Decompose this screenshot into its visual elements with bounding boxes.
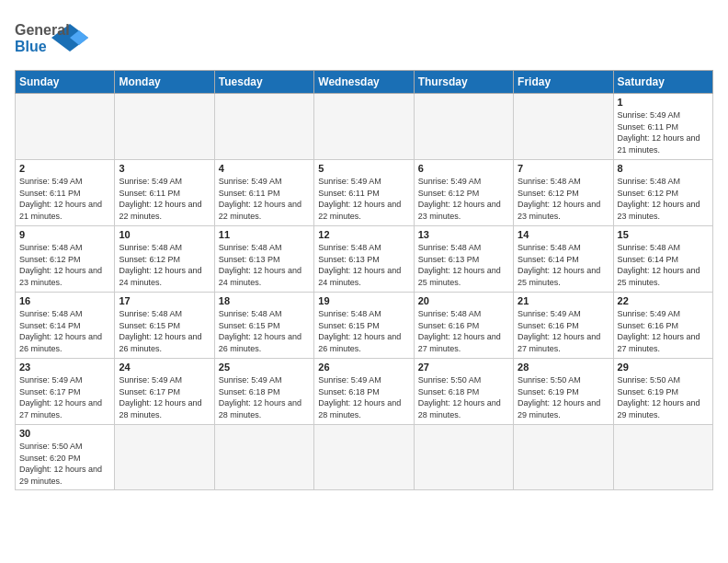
day-info: Sunrise: 5:48 AMSunset: 6:12 PMDaylight:… (518, 176, 609, 222)
day-number: 3 (119, 163, 210, 174)
day-number: 10 (119, 229, 210, 240)
week-row-3: 16Sunrise: 5:48 AMSunset: 6:14 PMDayligh… (16, 293, 713, 359)
day-info: Sunrise: 5:49 AMSunset: 6:17 PMDaylight:… (19, 374, 110, 420)
day-number: 26 (318, 362, 409, 373)
calendar-cell: 23Sunrise: 5:49 AMSunset: 6:17 PMDayligh… (16, 359, 115, 425)
calendar-cell: 13Sunrise: 5:48 AMSunset: 6:13 PMDayligh… (414, 226, 513, 293)
calendar-cell (514, 94, 613, 160)
day-info: Sunrise: 5:50 AMSunset: 6:20 PMDaylight:… (19, 441, 110, 487)
calendar-cell: 4Sunrise: 5:49 AMSunset: 6:11 PMDaylight… (214, 160, 313, 226)
weekday-header-row: SundayMondayTuesdayWednesdayThursdayFrid… (16, 71, 713, 94)
day-info: Sunrise: 5:48 AMSunset: 6:15 PMDaylight:… (219, 308, 310, 354)
day-info: Sunrise: 5:49 AMSunset: 6:11 PMDaylight:… (219, 176, 310, 222)
calendar-cell (115, 94, 214, 160)
weekday-header-saturday: Saturday (613, 71, 712, 94)
calendar-cell: 22Sunrise: 5:49 AMSunset: 6:16 PMDayligh… (613, 293, 712, 359)
calendar-cell: 30Sunrise: 5:50 AMSunset: 6:20 PMDayligh… (16, 425, 115, 490)
day-number: 1 (618, 97, 709, 108)
calendar-cell (214, 425, 313, 490)
day-info: Sunrise: 5:48 AMSunset: 6:13 PMDaylight:… (219, 242, 310, 288)
week-row-4: 23Sunrise: 5:49 AMSunset: 6:17 PMDayligh… (16, 359, 713, 425)
week-row-1: 2Sunrise: 5:49 AMSunset: 6:11 PMDaylight… (16, 160, 713, 226)
day-number: 27 (418, 362, 509, 373)
day-number: 5 (318, 163, 409, 174)
calendar-cell: 20Sunrise: 5:48 AMSunset: 6:16 PMDayligh… (414, 293, 513, 359)
day-number: 7 (518, 163, 609, 174)
svg-text:General: General (15, 22, 70, 38)
day-number: 14 (518, 229, 609, 240)
calendar-cell: 19Sunrise: 5:48 AMSunset: 6:15 PMDayligh… (314, 293, 414, 359)
calendar-cell: 29Sunrise: 5:50 AMSunset: 6:19 PMDayligh… (613, 359, 712, 425)
calendar-cell: 26Sunrise: 5:49 AMSunset: 6:18 PMDayligh… (314, 359, 414, 425)
day-number: 4 (219, 163, 310, 174)
day-info: Sunrise: 5:48 AMSunset: 6:16 PMDaylight:… (418, 308, 509, 354)
calendar-cell: 12Sunrise: 5:48 AMSunset: 6:13 PMDayligh… (314, 226, 414, 293)
day-number: 12 (318, 229, 409, 240)
calendar-cell: 11Sunrise: 5:48 AMSunset: 6:13 PMDayligh… (214, 226, 313, 293)
day-info: Sunrise: 5:48 AMSunset: 6:13 PMDaylight:… (418, 242, 509, 288)
weekday-header-sunday: Sunday (16, 71, 115, 94)
day-number: 24 (119, 362, 210, 373)
weekday-header-friday: Friday (514, 71, 613, 94)
calendar-cell: 9Sunrise: 5:48 AMSunset: 6:12 PMDaylight… (16, 226, 115, 293)
day-number: 9 (19, 229, 110, 240)
calendar-cell: 10Sunrise: 5:48 AMSunset: 6:12 PMDayligh… (115, 226, 214, 293)
day-number: 8 (618, 163, 709, 174)
day-info: Sunrise: 5:49 AMSunset: 6:11 PMDaylight:… (19, 176, 110, 222)
calendar-cell: 18Sunrise: 5:48 AMSunset: 6:15 PMDayligh… (214, 293, 313, 359)
header: GeneralBlue (15, 15, 713, 61)
day-number: 25 (219, 362, 310, 373)
calendar-cell (214, 94, 313, 160)
day-info: Sunrise: 5:49 AMSunset: 6:16 PMDaylight:… (518, 308, 609, 354)
calendar-cell: 28Sunrise: 5:50 AMSunset: 6:19 PMDayligh… (514, 359, 613, 425)
week-row-2: 9Sunrise: 5:48 AMSunset: 6:12 PMDaylight… (16, 226, 713, 293)
calendar-cell: 27Sunrise: 5:50 AMSunset: 6:18 PMDayligh… (414, 359, 513, 425)
day-info: Sunrise: 5:48 AMSunset: 6:13 PMDaylight:… (318, 242, 409, 288)
day-info: Sunrise: 5:49 AMSunset: 6:17 PMDaylight:… (119, 374, 210, 420)
weekday-header-wednesday: Wednesday (314, 71, 414, 94)
day-info: Sunrise: 5:48 AMSunset: 6:12 PMDaylight:… (618, 176, 709, 222)
calendar-cell: 2Sunrise: 5:49 AMSunset: 6:11 PMDaylight… (16, 160, 115, 226)
calendar-cell: 5Sunrise: 5:49 AMSunset: 6:11 PMDaylight… (314, 160, 414, 226)
calendar-cell: 3Sunrise: 5:49 AMSunset: 6:11 PMDaylight… (115, 160, 214, 226)
day-number: 21 (518, 295, 609, 306)
day-number: 28 (518, 362, 609, 373)
day-info: Sunrise: 5:49 AMSunset: 6:12 PMDaylight:… (418, 176, 509, 222)
calendar-cell: 21Sunrise: 5:49 AMSunset: 6:16 PMDayligh… (514, 293, 613, 359)
week-row-5: 30Sunrise: 5:50 AMSunset: 6:20 PMDayligh… (16, 425, 713, 490)
calendar-cell: 1Sunrise: 5:49 AMSunset: 6:11 PMDaylight… (613, 94, 712, 160)
calendar-cell: 7Sunrise: 5:48 AMSunset: 6:12 PMDaylight… (514, 160, 613, 226)
day-info: Sunrise: 5:50 AMSunset: 6:19 PMDaylight:… (518, 374, 609, 420)
svg-text:Blue: Blue (15, 39, 47, 54)
day-number: 17 (119, 295, 210, 306)
day-info: Sunrise: 5:49 AMSunset: 6:18 PMDaylight:… (219, 374, 310, 420)
day-number: 15 (618, 229, 709, 240)
day-number: 16 (19, 295, 110, 306)
day-number: 13 (418, 229, 509, 240)
day-number: 23 (19, 362, 110, 373)
calendar-cell (414, 94, 513, 160)
week-row-0: 1Sunrise: 5:49 AMSunset: 6:11 PMDaylight… (16, 94, 713, 160)
calendar-cell: 15Sunrise: 5:48 AMSunset: 6:14 PMDayligh… (613, 226, 712, 293)
day-info: Sunrise: 5:50 AMSunset: 6:18 PMDaylight:… (418, 374, 509, 420)
day-info: Sunrise: 5:48 AMSunset: 6:14 PMDaylight:… (19, 308, 110, 354)
calendar-cell (613, 425, 712, 490)
weekday-header-tuesday: Tuesday (214, 71, 313, 94)
day-info: Sunrise: 5:48 AMSunset: 6:12 PMDaylight:… (19, 242, 110, 288)
day-number: 18 (219, 295, 310, 306)
calendar: SundayMondayTuesdayWednesdayThursdayFrid… (15, 70, 713, 490)
calendar-cell: 16Sunrise: 5:48 AMSunset: 6:14 PMDayligh… (16, 293, 115, 359)
calendar-cell: 17Sunrise: 5:48 AMSunset: 6:15 PMDayligh… (115, 293, 214, 359)
calendar-cell (115, 425, 214, 490)
day-info: Sunrise: 5:48 AMSunset: 6:14 PMDaylight:… (518, 242, 609, 288)
calendar-cell (514, 425, 613, 490)
calendar-cell (414, 425, 513, 490)
logo: GeneralBlue (15, 15, 88, 61)
day-number: 20 (418, 295, 509, 306)
day-info: Sunrise: 5:49 AMSunset: 6:11 PMDaylight:… (119, 176, 210, 222)
day-info: Sunrise: 5:50 AMSunset: 6:19 PMDaylight:… (618, 374, 709, 420)
calendar-cell (16, 94, 115, 160)
calendar-cell (314, 425, 414, 490)
day-number: 30 (19, 428, 110, 439)
day-number: 11 (219, 229, 310, 240)
